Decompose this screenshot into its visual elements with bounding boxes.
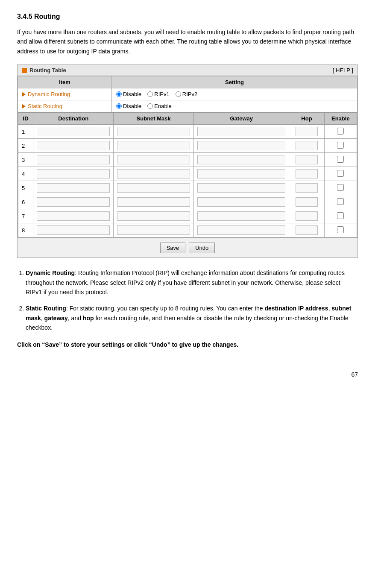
undo-button[interactable]: Undo (189, 243, 215, 253)
gateway-cell[interactable] (194, 153, 289, 167)
destination-input[interactable] (37, 141, 110, 150)
gateway-cell[interactable] (194, 125, 289, 139)
destination-input[interactable] (37, 183, 110, 193)
enable-checkbox[interactable] (337, 170, 344, 177)
hop-cell[interactable] (289, 209, 324, 223)
gateway-input[interactable] (197, 141, 285, 150)
enable-cell[interactable] (324, 167, 357, 181)
destination-cell[interactable] (33, 139, 114, 153)
subnet-mask-cell[interactable] (114, 223, 194, 237)
subnet-mask-input[interactable] (117, 141, 190, 150)
hop-input[interactable] (296, 127, 318, 136)
hop-cell[interactable] (289, 167, 324, 181)
subnet-mask-input[interactable] (117, 127, 190, 136)
gateway-input[interactable] (197, 127, 285, 136)
enable-cell[interactable] (324, 195, 357, 209)
gateway-cell[interactable] (194, 195, 289, 209)
gateway-cell[interactable] (194, 209, 289, 223)
gateway-input[interactable] (197, 225, 285, 235)
hop-cell[interactable] (289, 139, 324, 153)
dynamic-ripv1-option[interactable]: RIPv1 (147, 91, 169, 97)
destination-input[interactable] (37, 169, 110, 178)
destination-input[interactable] (37, 225, 110, 235)
gateway-input[interactable] (197, 211, 285, 221)
enable-checkbox[interactable] (337, 184, 344, 191)
subnet-mask-input[interactable] (117, 169, 190, 178)
destination-cell[interactable] (33, 195, 114, 209)
enable-checkbox[interactable] (337, 226, 344, 233)
subnet-mask-input[interactable] (117, 211, 190, 221)
enable-checkbox[interactable] (337, 128, 344, 135)
enable-cell[interactable] (324, 223, 357, 237)
destination-cell[interactable] (33, 167, 114, 181)
data-table-header-row: ID Destination Subnet Mask Gateway Hop E… (18, 113, 357, 125)
hop-col-header: Hop (289, 113, 324, 125)
subnet-mask-input[interactable] (117, 155, 190, 164)
hop-cell[interactable] (289, 125, 324, 139)
hop-cell[interactable] (289, 153, 324, 167)
help-link[interactable]: [ HELP ] (333, 67, 353, 73)
hop-input[interactable] (296, 183, 318, 193)
gateway-input[interactable] (197, 169, 285, 178)
dynamic-ripv2-option[interactable]: RIPv2 (176, 91, 197, 97)
dynamic-disable-radio[interactable] (116, 91, 122, 97)
destination-input[interactable] (37, 155, 110, 164)
subnet-mask-cell[interactable] (114, 153, 194, 167)
subnet-mask-input[interactable] (117, 197, 190, 207)
destination-cell[interactable] (33, 181, 114, 195)
gateway-input[interactable] (197, 183, 285, 193)
enable-checkbox[interactable] (337, 212, 344, 219)
save-button[interactable]: Save (160, 243, 186, 253)
hop-cell[interactable] (289, 181, 324, 195)
static-enable-option[interactable]: Enable (147, 103, 171, 109)
gateway-cell[interactable] (194, 223, 289, 237)
enable-cell[interactable] (324, 181, 357, 195)
subnet-mask-cell[interactable] (114, 181, 194, 195)
enable-cell[interactable] (324, 125, 357, 139)
subnet-mask-cell[interactable] (114, 139, 194, 153)
gateway-cell[interactable] (194, 181, 289, 195)
hop-input[interactable] (296, 169, 318, 178)
gateway-cell[interactable] (194, 167, 289, 181)
subnet-mask-cell[interactable] (114, 209, 194, 223)
destination-input[interactable] (37, 127, 110, 136)
destination-cell[interactable] (33, 209, 114, 223)
hop-input[interactable] (296, 211, 318, 221)
hop-input[interactable] (296, 197, 318, 207)
row-id: 1 (18, 125, 33, 139)
destination-cell[interactable] (33, 125, 114, 139)
table-row: 1 (18, 125, 357, 139)
dynamic-routing-row: Dynamic Routing Disable RIPv1 (18, 88, 357, 100)
subnet-mask-cell[interactable] (114, 195, 194, 209)
dynamic-ripv1-radio[interactable] (147, 91, 153, 97)
destination-col-header: Destination (33, 113, 114, 125)
gateway-input[interactable] (197, 197, 285, 207)
subnet-mask-cell[interactable] (114, 167, 194, 181)
hop-cell[interactable] (289, 223, 324, 237)
subnet-mask-cell[interactable] (114, 125, 194, 139)
hop-input[interactable] (296, 141, 318, 150)
enable-cell[interactable] (324, 153, 357, 167)
static-enable-radio[interactable] (147, 103, 153, 109)
destination-cell[interactable] (33, 223, 114, 237)
destination-input[interactable] (37, 211, 110, 221)
enable-checkbox[interactable] (337, 142, 344, 149)
destination-input[interactable] (37, 197, 110, 207)
enable-cell[interactable] (324, 139, 357, 153)
hop-cell[interactable] (289, 195, 324, 209)
static-disable-radio[interactable] (116, 103, 122, 109)
enable-cell[interactable] (324, 209, 357, 223)
subnet-mask-input[interactable] (117, 183, 190, 193)
enable-checkbox[interactable] (337, 198, 344, 205)
static-disable-option[interactable]: Disable (116, 103, 141, 109)
enable-checkbox[interactable] (337, 156, 344, 163)
gateway-input[interactable] (197, 155, 285, 164)
destination-cell[interactable] (33, 153, 114, 167)
hop-input[interactable] (296, 225, 318, 235)
gateway-cell[interactable] (194, 139, 289, 153)
static-routing-row: Static Routing Disable Enable (18, 100, 357, 112)
hop-input[interactable] (296, 155, 318, 164)
dynamic-disable-option[interactable]: Disable (116, 91, 141, 97)
dynamic-ripv2-radio[interactable] (176, 91, 181, 97)
subnet-mask-input[interactable] (117, 225, 190, 235)
